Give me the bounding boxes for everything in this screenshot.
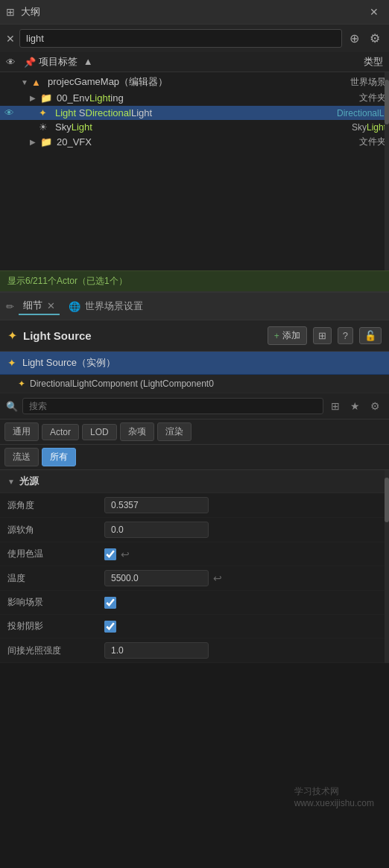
type-column-header: 类型: [316, 55, 383, 69]
row-name-label: Light SDirectionalLight: [55, 107, 322, 118]
detail-title-bar: ✏ 细节 ✕ 🌐 世界场景设置: [0, 293, 389, 320]
tab-misc[interactable]: 杂项: [120, 422, 154, 441]
indirect-intensity-input[interactable]: [104, 642, 209, 659]
tab-lod[interactable]: LOD: [82, 424, 117, 440]
light-source-icon: ✦: [7, 329, 17, 343]
outline-icon: ⊞: [6, 6, 15, 18]
outline-panel: ⊞ 大纲 ✕ ✕ ⊕ ⚙ 👁 📌 项目标签 ▲ 类型 ▼ ▲ projecGam…: [0, 0, 389, 293]
help-button[interactable]: ?: [338, 327, 353, 344]
detail-tab-active[interactable]: 细节 ✕: [19, 297, 60, 315]
instance-icon: ✦: [7, 357, 16, 369]
use-color-temp-reset-button[interactable]: ↩: [121, 548, 130, 560]
section-arrow-icon: ▼: [7, 478, 15, 486]
prop-source-angle-label: 源角度: [7, 499, 104, 512]
add-icon[interactable]: ⊕: [347, 30, 362, 47]
tree-row[interactable]: ▼ ▲ projecGameMap（编辑器） 世界场景: [0, 74, 389, 90]
row-arrow-icon[interactable]: ▶: [30, 138, 40, 146]
tab-streaming-label: 流送: [13, 452, 31, 462]
tree-row[interactable]: ▶ 📁 20_VFX 文件夹: [0, 134, 389, 150]
favorites-button[interactable]: ★: [347, 399, 363, 414]
tab-general[interactable]: 通用: [4, 422, 39, 441]
tab-streaming[interactable]: 流送: [4, 448, 39, 466]
status-bar: 显示6/211个Actor（已选1个）: [0, 270, 389, 292]
tab-all[interactable]: 所有: [42, 448, 76, 466]
prop-indirect-intensity-value: [104, 642, 382, 659]
row-arrow-icon[interactable]: ▼: [21, 78, 31, 86]
detail-tab-close-button[interactable]: ✕: [47, 300, 55, 311]
row-arrow-icon[interactable]: ▶: [30, 94, 40, 102]
lock-icon: 🔓: [364, 330, 376, 341]
detail-panel: ✏ 细节 ✕ 🌐 世界场景设置 ✦ Light Source + 添加 ⊞ ? …: [0, 293, 389, 663]
add-component-button[interactable]: + 添加: [268, 326, 307, 345]
properties-area: ▼ 光源 源角度 源软角 使用色温 ↩ 温度: [0, 470, 389, 663]
properties-settings-button[interactable]: ⚙: [367, 399, 383, 414]
row-item-icon: ▲: [31, 77, 45, 88]
instance-row[interactable]: ✦ Light Source（实例）: [0, 352, 389, 375]
props-scrollbar-thumb[interactable]: [385, 478, 389, 522]
pin-column-icon: 📌: [24, 57, 39, 68]
tab-all-label: 所有: [50, 452, 68, 462]
outline-title: 大纲: [21, 5, 359, 19]
prop-use-color-temp-value: ↩: [104, 548, 382, 560]
search-clear-button[interactable]: ✕: [6, 33, 15, 45]
grid-view-button[interactable]: ⊞: [328, 399, 343, 414]
tree-row-selected[interactable]: 👁 ✦ Light SDirectionalLight DirectionalL…: [0, 106, 389, 120]
add-button-label: 添加: [282, 329, 300, 342]
temperature-reset-button[interactable]: ↩: [213, 572, 222, 584]
prop-source-soft-angle: 源软角: [0, 518, 389, 542]
tree-scrollbar[interactable]: [385, 72, 389, 270]
row-eye-active-icon[interactable]: 👁: [0, 107, 18, 118]
row-type-label: SkyLight: [322, 122, 389, 133]
row-type-label: 文件夹: [322, 136, 389, 148]
affect-world-checkbox[interactable]: [104, 597, 116, 609]
source-soft-angle-input[interactable]: [104, 522, 209, 538]
status-text: 显示6/211个Actor（已选1个）: [7, 276, 127, 286]
layout-button[interactable]: ⊞: [313, 327, 332, 344]
column-headers: 👁 📌 项目标签 ▲ 类型: [0, 52, 389, 72]
prop-source-soft-angle-value: [104, 522, 382, 538]
row-name-label: projecGameMap（编辑器）: [48, 75, 322, 89]
temperature-input[interactable]: [104, 570, 209, 586]
props-scrollbar[interactable]: [385, 470, 389, 663]
tab-render-label: 渲染: [165, 426, 183, 437]
prop-temperature-value: ↩: [104, 570, 382, 586]
source-angle-input[interactable]: [104, 497, 209, 513]
row-folder-icon: 📁: [40, 92, 54, 104]
row-name-label: SkyLight: [55, 121, 322, 133]
light-section-header[interactable]: ▼ 光源: [0, 470, 389, 493]
tab-misc-label: 杂项: [128, 426, 146, 437]
section-title-label: 光源: [19, 475, 39, 488]
properties-tabs-row: 通用 Actor LOD 杂项 渲染: [0, 419, 389, 445]
row-sky-icon: ☀: [39, 121, 52, 133]
tree-row[interactable]: ▶ 📁 00_EnvLighting 文件夹: [0, 90, 389, 106]
prop-affect-world-label: 影响场景: [7, 596, 104, 609]
prop-cast-shadow-label: 投射阴影: [7, 620, 104, 633]
lock-button[interactable]: 🔓: [359, 327, 382, 344]
component-name-label: DirectionalLightComponent (LightComponen…: [30, 378, 214, 389]
settings-icon[interactable]: ⚙: [367, 30, 383, 47]
row-folder-icon: 📁: [40, 136, 54, 148]
prop-source-angle: 源角度: [0, 493, 389, 518]
sort-icon[interactable]: ▲: [83, 56, 93, 67]
prop-temperature-label: 温度: [7, 572, 104, 585]
cast-shadow-checkbox[interactable]: [104, 621, 116, 633]
use-color-temp-checkbox[interactable]: [104, 548, 116, 560]
component-icon: ✦: [18, 378, 25, 389]
layout-icon: ⊞: [318, 330, 326, 341]
world-settings-tab[interactable]: 🌐 世界场景设置: [64, 298, 148, 314]
label-column-header[interactable]: 项目标签 ▲: [39, 55, 316, 69]
prop-cast-shadow: 投射阴影: [0, 615, 389, 639]
search-input[interactable]: [19, 29, 342, 48]
row-name-label: 00_EnvLighting: [57, 92, 322, 104]
tree-row[interactable]: ☀ SkyLight SkyLight: [0, 120, 389, 134]
component-row[interactable]: ✦ DirectionalLightComponent (LightCompon…: [0, 375, 389, 393]
properties-search-input[interactable]: [22, 398, 323, 414]
row-name-label: 20_VFX: [57, 136, 322, 148]
tree-scrollbar-thumb[interactable]: [385, 80, 389, 124]
pencil-icon: ✏: [6, 301, 14, 312]
detail-tab-label: 细节: [23, 299, 42, 312]
tab-render[interactable]: 渲染: [157, 422, 192, 441]
tab-actor[interactable]: Actor: [42, 424, 79, 440]
outline-close-button[interactable]: ✕: [365, 4, 383, 19]
outline-title-bar: ⊞ 大纲 ✕: [0, 0, 389, 25]
